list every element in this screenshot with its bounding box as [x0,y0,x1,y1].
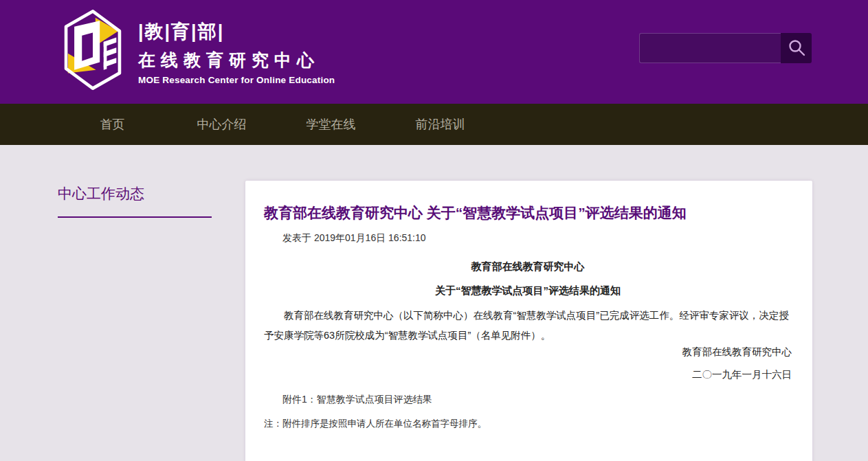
search-icon [787,38,806,58]
page-content: 中心工作动态 教育部在线教育研究中心 关于“智慧教学试点项目”评选结果的通知 发… [0,145,868,461]
sidebar-item-center-news[interactable]: 中心工作动态 [58,184,212,218]
nav-item-xuetangx[interactable]: 学堂在线 [276,116,386,133]
oe-cube-logo-icon [58,8,128,93]
search-button[interactable] [781,33,812,63]
sidebar-section-title: 中心工作动态 [58,184,212,203]
article-title: 教育部在线教育研究中心 关于“智慧教学试点项目”评选结果的通知 [264,203,792,222]
brand-center-name: 在线教育研究中心 [138,49,335,71]
search-box [639,33,812,63]
attachment-link[interactable]: 附件1：智慧教学试点项目评选结果 [282,394,792,406]
site-logo[interactable]: |教|育|部| 在线教育研究中心 MOE Research Center for… [58,8,335,93]
signature-organization: 教育部在线教育研究中心 [264,346,792,359]
article-card: 教育部在线教育研究中心 关于“智慧教学试点项目”评选结果的通知 发表于 2019… [245,181,812,461]
publish-date: 发表于 2019年01月16日 16:51:10 [282,232,792,245]
signature-date: 二〇一九年一月十六日 [264,368,792,381]
notice-org-heading: 教育部在线教育研究中心 [264,260,792,273]
sidebar: 中心工作动态 [0,145,245,461]
nav-item-center-intro[interactable]: 中心介绍 [167,116,276,133]
nav-item-home[interactable]: 首页 [58,116,167,133]
brand-english-name: MOE Research Center for Online Education [138,75,335,85]
main-nav: 首页 中心介绍 学堂在线 前沿培训 [0,104,868,145]
site-header: |教|育|部| 在线教育研究中心 MOE Research Center for… [0,0,868,104]
attachment-note: 注：附件排序是按照申请人所在单位名称首字母排序。 [264,418,792,430]
notice-body-paragraph: 教育部在线教育研究中心（以下简称中心）在线教育“智慧教学试点项目”已完成评选工作… [264,306,792,346]
notice-subject-heading: 关于“智慧教学试点项目”评选结果的通知 [264,284,792,297]
brand-text-block: |教|育|部| 在线教育研究中心 MOE Research Center for… [138,8,335,85]
search-input[interactable] [639,33,781,63]
nav-item-frontier-training[interactable]: 前沿培训 [386,116,495,133]
brand-moe-label: |教|育|部| [138,19,335,44]
